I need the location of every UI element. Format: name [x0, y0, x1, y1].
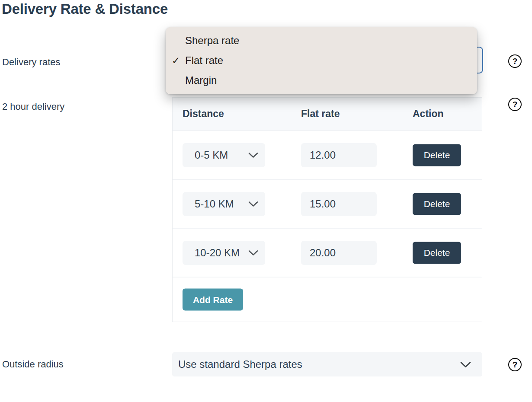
chevron-down-icon: [248, 152, 258, 158]
add-rate-button[interactable]: Add Rate: [183, 289, 243, 311]
outside-radius-select-value: Use standard Sherpa rates: [178, 358, 302, 370]
chevron-down-icon: [248, 250, 258, 256]
help-icon[interactable]: ?: [508, 358, 522, 371]
table-row: 10-20 KM Delete: [173, 228, 482, 277]
menu-item-flat-rate[interactable]: ✓ Flat rate: [166, 51, 477, 70]
add-rate-row: Add Rate: [173, 277, 482, 322]
distance-select[interactable]: 0-5 KM: [183, 143, 265, 167]
flat-rate-input[interactable]: [301, 192, 377, 216]
menu-item-margin[interactable]: Margin: [166, 70, 477, 90]
delete-button[interactable]: Delete: [413, 193, 461, 215]
delete-button[interactable]: Delete: [413, 242, 461, 264]
chevron-down-icon: [248, 201, 258, 207]
distance-select-value: 10-20 KM: [195, 247, 240, 259]
chevron-down-icon: [460, 361, 471, 368]
outside-radius-select[interactable]: Use standard Sherpa rates: [172, 352, 482, 376]
column-header-flat-rate: Flat rate: [301, 108, 340, 120]
page-title: Delivery Rate & Distance: [2, 1, 168, 17]
menu-item-label: Flat rate: [185, 54, 223, 67]
two-hour-delivery-label: 2 hour delivery: [2, 101, 64, 112]
menu-item-sherpa-rate[interactable]: Sherpa rate: [166, 31, 477, 51]
checkmark-icon: ✓: [172, 55, 180, 67]
delivery-rates-label: Delivery rates: [2, 57, 60, 68]
distance-select-value: 0-5 KM: [195, 149, 228, 161]
column-header-action: Action: [413, 108, 444, 120]
distance-select[interactable]: 10-20 KM: [183, 241, 265, 265]
menu-item-label: Margin: [185, 74, 217, 86]
rates-table: Distance Flat rate Action 0-5 KM Delete …: [172, 97, 482, 322]
rates-table-header: Distance Flat rate Action: [173, 98, 482, 130]
flat-rate-input[interactable]: [301, 241, 377, 265]
distance-select-value: 5-10 KM: [195, 198, 234, 210]
column-header-distance: Distance: [183, 108, 224, 120]
help-icon[interactable]: ?: [508, 54, 522, 68]
delete-button[interactable]: Delete: [413, 144, 461, 166]
distance-select[interactable]: 5-10 KM: [183, 192, 265, 216]
menu-item-label: Sherpa rate: [185, 35, 239, 47]
delivery-rates-dropdown-menu: Sherpa rate ✓ Flat rate Margin: [166, 27, 477, 94]
table-row: 0-5 KM Delete: [173, 130, 482, 179]
outside-radius-label: Outside radius: [2, 359, 64, 370]
flat-rate-input[interactable]: [301, 143, 377, 167]
help-icon[interactable]: ?: [508, 98, 522, 111]
table-row: 5-10 KM Delete: [173, 179, 482, 228]
